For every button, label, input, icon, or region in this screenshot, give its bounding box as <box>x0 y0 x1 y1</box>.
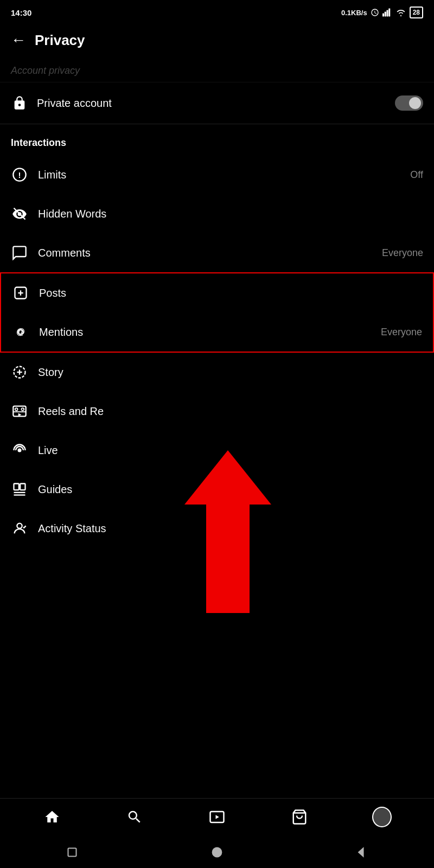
private-account-left: Private account <box>11 94 112 112</box>
system-back-button[interactable] <box>356 847 367 860</box>
live-label: Live <box>38 444 58 457</box>
header: ← Privacy <box>0 23 434 60</box>
posts-label: Posts <box>39 287 66 299</box>
private-account-row[interactable]: Private account <box>0 82 434 124</box>
svg-rect-21 <box>14 484 19 490</box>
limits-icon: ! <box>11 166 28 183</box>
svg-rect-2 <box>386 10 388 17</box>
menu-item-story[interactable]: Story <box>0 353 434 392</box>
activity-icon <box>11 520 28 537</box>
comments-label: Comments <box>38 247 91 259</box>
page-title: Privacy <box>35 32 85 49</box>
svg-rect-1 <box>384 12 386 17</box>
reels-label: Reels and Re <box>38 405 104 418</box>
nav-search[interactable] <box>125 807 144 827</box>
menu-item-reels[interactable]: Reels and Re <box>0 392 434 431</box>
mentions-value: Everyone <box>381 327 422 338</box>
limits-label: Limits <box>38 169 66 181</box>
battery-level: 28 <box>413 9 420 16</box>
faded-account-privacy: Account privacy <box>0 60 434 82</box>
status-right: 0.1KB/s 28 <box>341 7 423 18</box>
arrow-head <box>184 450 271 505</box>
svg-rect-28 <box>68 848 76 856</box>
svg-point-20 <box>18 449 22 452</box>
system-nav-bar <box>0 838 434 868</box>
nav-shop[interactable] <box>290 807 309 827</box>
time: 14:30 <box>11 8 31 17</box>
back-button[interactable]: ← <box>11 31 26 49</box>
menu-item-posts[interactable]: Posts <box>1 273 433 312</box>
story-icon <box>11 363 28 381</box>
signal-icon <box>382 8 392 17</box>
arrow-shaft <box>206 505 250 613</box>
svg-text:@: @ <box>16 327 25 336</box>
guides-icon <box>11 481 28 498</box>
posts-icon <box>12 284 29 302</box>
reels-icon <box>11 403 28 420</box>
svg-point-16 <box>15 408 18 411</box>
comments-icon <box>11 244 28 261</box>
nav-reels[interactable] <box>207 807 227 827</box>
activity-label: Activity Status <box>38 522 106 535</box>
nav-home[interactable] <box>42 807 62 827</box>
guides-label: Guides <box>38 483 72 496</box>
svg-rect-22 <box>20 484 25 490</box>
system-circle-button[interactable] <box>211 846 223 860</box>
live-icon <box>11 442 28 459</box>
red-arrow-annotation <box>184 450 271 613</box>
svg-point-29 <box>213 847 222 857</box>
limits-value: Off <box>410 169 423 181</box>
profile-avatar <box>372 807 392 827</box>
mentions-icon: @ <box>12 323 29 341</box>
story-label: Story <box>38 366 63 379</box>
network-speed: 0.1KB/s <box>341 9 367 17</box>
lock-icon <box>11 94 28 112</box>
system-square-button[interactable] <box>67 847 78 860</box>
comments-value: Everyone <box>382 247 423 259</box>
hidden-words-label: Hidden Words <box>38 208 106 220</box>
alarm-icon <box>371 8 379 17</box>
menu-item-limits[interactable]: ! Limits Off <box>0 155 434 194</box>
svg-point-25 <box>17 524 22 528</box>
private-account-toggle[interactable] <box>395 95 423 111</box>
interactions-section-header: Interactions <box>0 124 434 155</box>
battery-indicator: 28 <box>410 7 423 18</box>
svg-marker-30 <box>359 848 363 856</box>
status-bar: 14:30 0.1KB/s 28 <box>0 0 434 23</box>
wifi-icon <box>395 8 406 17</box>
svg-marker-27 <box>216 815 219 819</box>
toggle-knob <box>409 97 421 109</box>
menu-item-hidden-words[interactable]: Hidden Words <box>0 194 434 233</box>
bottom-navigation <box>0 798 434 835</box>
menu-item-comments[interactable]: Comments Everyone <box>0 233 434 272</box>
svg-text:!: ! <box>18 170 21 180</box>
mentions-label: Mentions <box>39 326 83 339</box>
hidden-words-icon <box>11 205 28 222</box>
svg-point-17 <box>22 408 24 411</box>
svg-rect-3 <box>388 9 390 17</box>
menu-item-mentions[interactable]: @ Mentions Everyone <box>1 312 433 352</box>
private-account-label: Private account <box>37 97 112 110</box>
nav-profile[interactable] <box>372 807 392 827</box>
svg-rect-0 <box>382 14 384 17</box>
highlighted-section: Posts @ Mentions Everyone <box>0 272 434 353</box>
